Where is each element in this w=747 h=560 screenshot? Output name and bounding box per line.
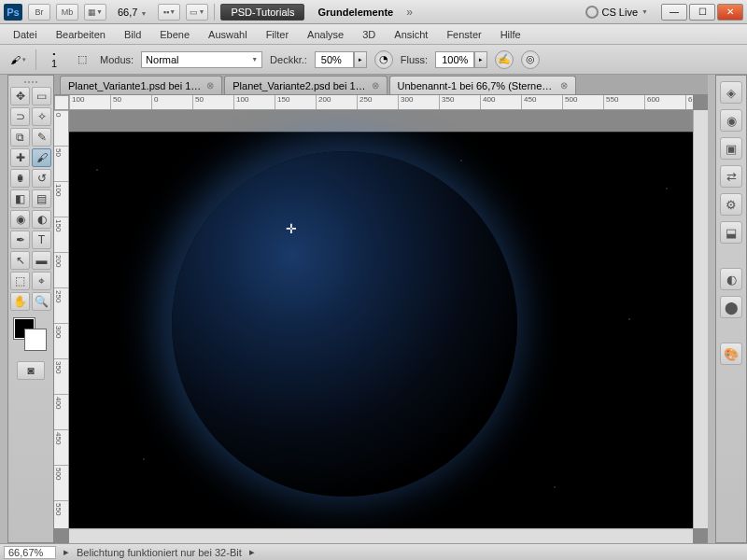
document-tab-2[interactable]: Unbenannt-1 bei 66,7% (Sterne, Ebenenmas… bbox=[389, 76, 576, 94]
menu-3d[interactable]: 3D bbox=[353, 26, 385, 43]
crosshair-cursor: ✛ bbox=[284, 221, 299, 236]
scrollbar-vertical[interactable] bbox=[693, 110, 708, 528]
planet-artwork bbox=[172, 151, 517, 497]
brush-preview[interactable]: •1 bbox=[44, 49, 64, 70]
panel-strip: ◈◉▣⇄⚙⬓◐⬤🎨 bbox=[715, 75, 747, 543]
close-button[interactable]: ✕ bbox=[717, 4, 743, 21]
toolbox-grip[interactable] bbox=[10, 79, 51, 85]
tool-move[interactable]: ✥ bbox=[10, 87, 30, 105]
opacity-pressure-icon[interactable]: ◔ bbox=[374, 50, 393, 69]
tool-dodge[interactable]: ◐ bbox=[32, 210, 51, 229]
menu-fenster[interactable]: Fenster bbox=[437, 26, 490, 43]
minimize-button[interactable]: — bbox=[661, 4, 687, 21]
scrollbar-horizontal[interactable] bbox=[69, 528, 693, 543]
tool-eyedrop[interactable]: ✎ bbox=[32, 128, 51, 147]
tool-path[interactable]: ↖ bbox=[10, 251, 30, 270]
layout-button[interactable]: ▦ ▼ bbox=[84, 4, 106, 21]
document-tab-0[interactable]: Planet_Variante1.psd bei 1…⊗ bbox=[60, 76, 222, 94]
tool-preset-icon[interactable]: 🖌▾ bbox=[7, 49, 28, 70]
opacity-arrow[interactable]: ▸ bbox=[354, 51, 367, 68]
panel-icon-7[interactable]: ◐ bbox=[720, 268, 742, 290]
tool-blur[interactable]: ◉ bbox=[10, 210, 30, 229]
tool-brush[interactable]: 🖌 bbox=[32, 148, 51, 167]
panel-icon-10[interactable]: 🎨 bbox=[720, 343, 742, 365]
zoom-display[interactable]: 66,7 ▼ bbox=[112, 7, 152, 18]
status-arrow-icon[interactable]: ▸ bbox=[63, 546, 69, 558]
workspace-label[interactable]: Grundelemente bbox=[310, 5, 401, 20]
document-tab-bar: Planet_Variante1.psd bei 1…⊗Planet_Varia… bbox=[54, 75, 708, 95]
brush-panel-icon[interactable]: ⬚ bbox=[72, 49, 92, 70]
tool-lasso[interactable]: ⊃ bbox=[10, 107, 30, 126]
opacity-field[interactable]: 50% bbox=[315, 51, 354, 68]
more-icon[interactable]: » bbox=[406, 6, 413, 19]
bridge-button[interactable]: Br bbox=[28, 4, 50, 21]
status-bar: 66,67% ▸ Belichtung funktioniert nur bei… bbox=[0, 543, 747, 560]
menu-filter[interactable]: Filter bbox=[257, 26, 298, 43]
tool-eraser[interactable]: ◧ bbox=[10, 189, 30, 208]
tool-gradient[interactable]: ▤ bbox=[32, 189, 51, 208]
tool-3dcam[interactable]: ⌖ bbox=[32, 272, 51, 290]
menu-hilfe[interactable]: Hilfe bbox=[491, 26, 530, 43]
tool-select[interactable]: ▭ bbox=[32, 87, 51, 105]
menu-bearbeiten[interactable]: Bearbeiten bbox=[47, 26, 115, 43]
ruler-horizontal[interactable]: 1005005010015020025030035040045050055060… bbox=[69, 95, 693, 110]
tool-type[interactable]: T bbox=[32, 231, 51, 249]
status-zoom[interactable]: 66,67% bbox=[4, 546, 56, 559]
menu-ansicht[interactable]: Ansicht bbox=[385, 26, 437, 43]
panel-icon-4[interactable]: ⚙ bbox=[720, 193, 742, 216]
status-arrow2-icon[interactable]: ▸ bbox=[249, 546, 255, 558]
panel-icon-0[interactable]: ◈ bbox=[720, 81, 742, 104]
tool-crop[interactable]: ⧉ bbox=[10, 128, 30, 147]
panel-icon-2[interactable]: ▣ bbox=[720, 137, 742, 160]
maximize-button[interactable]: ☐ bbox=[689, 4, 715, 21]
toolbox: ✥▭⊃✧⧉✎✚🖌⧯↺◧▤◉◐✒T↖▬⬚⌖✋🔍 ◙ bbox=[7, 75, 54, 543]
flow-label: Fluss: bbox=[401, 54, 428, 65]
color-swatches bbox=[10, 318, 51, 357]
view-extras-button[interactable]: ▪▪ ▼ bbox=[158, 4, 180, 21]
canvas-area: 1005005010015020025030035040045050055060… bbox=[54, 95, 708, 543]
tab-close-icon[interactable]: ⊗ bbox=[372, 80, 379, 91]
flow-arrow[interactable]: ▸ bbox=[474, 51, 487, 68]
tool-wand[interactable]: ✧ bbox=[32, 107, 51, 126]
panel-icon-1[interactable]: ◉ bbox=[720, 109, 742, 132]
menu-bild[interactable]: Bild bbox=[115, 26, 150, 43]
menu-auswahl[interactable]: Auswahl bbox=[199, 26, 257, 43]
ruler-origin[interactable] bbox=[54, 95, 69, 110]
tool-hand[interactable]: ✋ bbox=[10, 292, 30, 311]
ruler-vertical[interactable]: 050100150200250300350400450500550 bbox=[54, 110, 69, 528]
mode-label: Modus: bbox=[100, 54, 134, 65]
minibridge-button[interactable]: Mb bbox=[56, 4, 78, 21]
tool-zoom[interactable]: 🔍 bbox=[32, 292, 51, 311]
background-swatch[interactable] bbox=[25, 329, 46, 350]
panel-icon-5[interactable]: ⬓ bbox=[720, 221, 742, 244]
panel-icon-8[interactable]: ⬤ bbox=[720, 296, 742, 318]
document-canvas[interactable]: ✛ bbox=[69, 133, 693, 528]
tool-history[interactable]: ↺ bbox=[32, 169, 51, 188]
screen-mode-button[interactable]: ▭ ▼ bbox=[186, 4, 208, 21]
opacity-label: Deckkr.: bbox=[270, 54, 307, 65]
workspace-button[interactable]: PSD-Tutorials bbox=[220, 4, 304, 21]
tab-close-icon[interactable]: ⊗ bbox=[206, 80, 214, 91]
options-bar: 🖌▾ •1 ⬚ Modus: Normal▼ Deckkr.: 50% ▸ ◔ … bbox=[0, 45, 747, 75]
menu-ebene[interactable]: Ebene bbox=[150, 26, 199, 43]
blend-mode-select[interactable]: Normal▼ bbox=[141, 51, 262, 68]
panel-icon-3[interactable]: ⇄ bbox=[720, 165, 742, 188]
cslive-button[interactable]: CS Live bbox=[602, 7, 639, 18]
document-tab-1[interactable]: Planet_Variante2.psd bei 1…⊗ bbox=[224, 76, 387, 94]
airbrush-icon[interactable]: ✍ bbox=[495, 50, 514, 69]
flow-field[interactable]: 100% bbox=[435, 51, 474, 68]
status-message: Belichtung funktioniert nur bei 32-Bit bbox=[77, 547, 242, 558]
tool-stamp[interactable]: ⧯ bbox=[10, 169, 30, 188]
tool-shape[interactable]: ▬ bbox=[32, 251, 51, 270]
tool-3d[interactable]: ⬚ bbox=[10, 272, 30, 290]
cslive-icon bbox=[585, 6, 599, 19]
tablet-pressure-icon[interactable]: ◎ bbox=[521, 50, 540, 69]
menu-datei[interactable]: Datei bbox=[4, 26, 47, 43]
menu-analyse[interactable]: Analyse bbox=[298, 26, 353, 43]
app-logo: Ps bbox=[4, 4, 22, 21]
quickmask-button[interactable]: ◙ bbox=[17, 361, 45, 380]
tool-heal[interactable]: ✚ bbox=[10, 148, 30, 167]
menu-bar: DateiBearbeitenBildEbeneAuswahlFilterAna… bbox=[0, 24, 747, 45]
tab-close-icon[interactable]: ⊗ bbox=[560, 80, 568, 91]
tool-pen[interactable]: ✒ bbox=[10, 231, 30, 249]
